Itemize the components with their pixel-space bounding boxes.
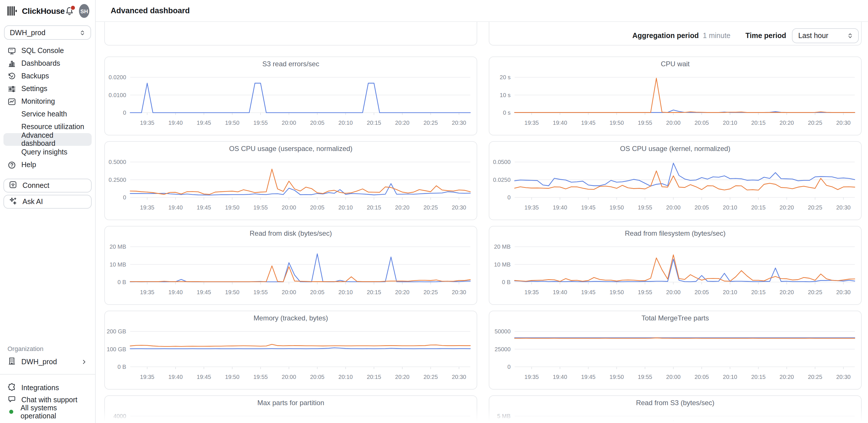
svg-text:20 s: 20 s xyxy=(500,74,510,80)
status-green-dot-icon xyxy=(7,410,15,414)
sidebar-item-settings[interactable]: Settings xyxy=(3,83,92,95)
svg-text:19:50: 19:50 xyxy=(225,120,240,126)
sidebar-item-query-insights[interactable]: Query insights xyxy=(3,146,92,159)
svg-text:19:40: 19:40 xyxy=(168,374,183,380)
svg-text:20:00: 20:00 xyxy=(666,120,681,126)
svg-text:0.0500: 0.0500 xyxy=(493,159,510,165)
svg-text:19:45: 19:45 xyxy=(197,120,211,126)
sidebar-item-label: Settings xyxy=(21,85,47,93)
sidebar-item-service-health[interactable]: Service health xyxy=(3,108,92,121)
line-chart: 5 MB2.5 MB0 B19:3519:4019:4519:5019:5520… xyxy=(489,396,861,423)
connect-button[interactable]: Connect xyxy=(3,178,92,193)
svg-text:19:40: 19:40 xyxy=(168,204,183,210)
chart-read-from-filesystem: Read from filesystem (bytes/sec) 20 MB10… xyxy=(489,226,862,305)
svg-text:20:05: 20:05 xyxy=(310,120,324,126)
svg-text:20:05: 20:05 xyxy=(310,289,324,295)
svg-text:20:30: 20:30 xyxy=(452,289,466,295)
main-area: Advanced dashboard Aggregation period 1 … xyxy=(96,0,868,423)
svg-text:19:40: 19:40 xyxy=(553,204,567,210)
svg-text:19:45: 19:45 xyxy=(197,374,211,380)
svg-text:20:25: 20:25 xyxy=(423,374,438,380)
time-period-label: Time period xyxy=(746,32,786,40)
sidebar: ClickHouse SH DWH_prod SQL Console Dashb… xyxy=(0,0,96,423)
svg-text:0: 0 xyxy=(507,364,510,370)
spacer xyxy=(0,208,95,345)
svg-text:20:00: 20:00 xyxy=(282,289,296,295)
sidebar-item-dashboards[interactable]: Dashboards xyxy=(3,57,92,70)
page-title: Advanced dashboard xyxy=(111,6,190,15)
sidebar-item-sql-console[interactable]: SQL Console xyxy=(3,44,92,57)
svg-text:20:20: 20:20 xyxy=(395,289,409,295)
app: ClickHouse SH DWH_prod SQL Console Dashb… xyxy=(0,0,868,423)
svg-text:19:40: 19:40 xyxy=(553,374,567,380)
chat-bubble-icon xyxy=(7,394,16,405)
svg-text:20:15: 20:15 xyxy=(751,204,766,210)
svg-text:20:25: 20:25 xyxy=(808,289,822,295)
svg-text:20:15: 20:15 xyxy=(367,289,381,295)
sidebar-item-integrations[interactable]: Integrations xyxy=(3,382,92,394)
sidebar-item-label: Chat with support xyxy=(21,396,78,404)
notifications-bell-icon[interactable] xyxy=(65,6,75,16)
partial-chart-card xyxy=(104,22,477,45)
service-selector-value: DWH_prod xyxy=(10,29,45,37)
svg-text:5 MB: 5 MB xyxy=(497,413,510,419)
svg-text:20:05: 20:05 xyxy=(694,374,709,380)
svg-text:19:35: 19:35 xyxy=(140,120,154,126)
organization-selector[interactable]: DWH_prod xyxy=(3,356,92,368)
svg-text:20:30: 20:30 xyxy=(836,120,851,126)
chart-grid: S3 read errors/sec 0.02000.0100019:3519:… xyxy=(104,57,862,423)
svg-text:19:50: 19:50 xyxy=(225,289,240,295)
ask-ai-button[interactable]: Ask AI xyxy=(3,195,92,208)
chevron-updown-icon xyxy=(79,29,86,36)
svg-text:20:10: 20:10 xyxy=(338,374,353,380)
sidebar-item-label: Service health xyxy=(21,110,67,118)
svg-text:20:25: 20:25 xyxy=(808,120,822,126)
svg-text:0.0250: 0.0250 xyxy=(493,176,510,183)
svg-text:20:10: 20:10 xyxy=(723,289,737,295)
svg-text:20:00: 20:00 xyxy=(666,204,681,210)
svg-text:20:30: 20:30 xyxy=(452,374,466,380)
svg-text:0 s: 0 s xyxy=(503,109,510,116)
svg-text:19:50: 19:50 xyxy=(225,204,240,210)
svg-text:20:20: 20:20 xyxy=(779,204,794,210)
svg-text:20:15: 20:15 xyxy=(751,374,766,380)
backups-icon xyxy=(7,72,16,80)
sidebar-item-advanced-dashboard[interactable]: Advanced dashboard xyxy=(3,133,92,146)
svg-text:20:20: 20:20 xyxy=(395,204,409,210)
line-chart: 40002000019:3519:4019:4519:5019:5520:002… xyxy=(105,396,477,423)
sidebar-item-label: Monitoring xyxy=(21,97,55,105)
system-status[interactable]: All systems operational xyxy=(3,406,92,418)
avatar[interactable]: SH xyxy=(79,4,90,18)
svg-text:19:55: 19:55 xyxy=(253,120,268,126)
chart-os-cpu-userspace: OS CPU usage (userspace, normalized) 0.5… xyxy=(104,141,477,220)
sidebar-item-backups[interactable]: Backups xyxy=(3,70,92,83)
sidebar-item-monitoring[interactable]: Monitoring xyxy=(3,95,92,108)
svg-text:20:30: 20:30 xyxy=(836,374,851,380)
svg-text:19:35: 19:35 xyxy=(525,289,539,295)
sidebar-item-help[interactable]: Help xyxy=(3,159,92,171)
svg-text:20:25: 20:25 xyxy=(423,289,438,295)
svg-text:20:00: 20:00 xyxy=(666,289,681,295)
notification-dot xyxy=(71,5,76,10)
sidebar-item-label: Integrations xyxy=(21,384,59,392)
page-header: Advanced dashboard xyxy=(96,0,868,22)
line-chart: 0.02000.0100019:3519:4019:4519:5019:5520… xyxy=(105,57,477,135)
svg-text:19:45: 19:45 xyxy=(581,120,596,126)
svg-text:20:20: 20:20 xyxy=(395,120,409,126)
svg-text:0.2500: 0.2500 xyxy=(108,176,126,183)
sparkles-icon xyxy=(9,197,17,207)
svg-text:19:40: 19:40 xyxy=(553,120,567,126)
time-period-value: Last hour xyxy=(798,32,828,40)
chart-memory-tracked: Memory (tracked, bytes) 200 GB100 GB0 B1… xyxy=(104,311,477,390)
service-selector[interactable]: DWH_prod xyxy=(4,25,91,40)
status-label: All systems operational xyxy=(21,404,88,420)
svg-text:19:45: 19:45 xyxy=(197,289,211,295)
svg-text:100 GB: 100 GB xyxy=(106,346,126,352)
time-period-select[interactable]: Last hour xyxy=(792,28,859,43)
svg-text:0.0100: 0.0100 xyxy=(108,92,126,98)
monitoring-icon xyxy=(7,97,16,106)
svg-text:20:10: 20:10 xyxy=(338,120,353,126)
svg-text:50000: 50000 xyxy=(495,328,510,334)
svg-text:19:55: 19:55 xyxy=(638,120,652,126)
svg-text:10 s: 10 s xyxy=(500,92,510,98)
